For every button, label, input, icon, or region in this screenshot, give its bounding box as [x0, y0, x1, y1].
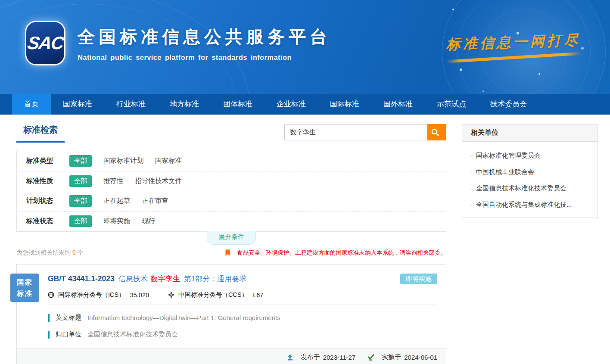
search-section: 标准检索 [16, 123, 446, 143]
search-button[interactable] [427, 124, 446, 140]
standard-title-part[interactable]: 信息技术 [118, 274, 148, 284]
standard-title-highlight[interactable]: 数字孪生 [151, 274, 180, 284]
sparkle-dots [452, 9, 454, 10]
badge-line-1: 国家 [10, 277, 39, 288]
check-icon [367, 354, 375, 361]
compass-icon [168, 292, 174, 298]
card-footer: 发布于 2023-11-27 实施于 2024-06-01 [17, 348, 446, 364]
notice-text: 食品安全、环境保护、工程建设方面的国家标准未纳入本系统，请咨询相关部委。 [237, 249, 446, 257]
nav-item-pilot[interactable]: 示范试点 [425, 94, 478, 115]
bullet-dot: · [470, 201, 472, 208]
filter-option[interactable]: 现行 [142, 217, 155, 226]
standard-title-part[interactable]: 第1部分：通用要求 [184, 274, 246, 284]
national-standard-badge[interactable]: 国家 标准 [10, 274, 39, 302]
english-title-row: 英文标题 Information technology—Digital twin… [48, 314, 437, 322]
badge-line-2: 标准 [10, 288, 39, 299]
site-header: SAC 全国标准信息公共服务平台 National public service… [0, 0, 610, 94]
committee-label: 归口单位 [56, 330, 81, 339]
english-title-value: Information technology—Digital twin—Part… [87, 314, 280, 321]
nav-item-national-standards[interactable]: 国家标准 [51, 94, 104, 115]
slogan: 标准信息一网打尽 [446, 31, 581, 62]
sidebar-item-it-standardization-committee[interactable]: · 全国信息技术标准化技术委员会 [470, 176, 590, 193]
filter-row-standard-status: 标准状态 全部 即将实施 现行 [17, 212, 446, 232]
sidebar-item-label: 全国自动化系统与集成标准化技... [476, 201, 572, 209]
upload-icon [286, 354, 294, 361]
nav-item-home[interactable]: 首页 [12, 94, 51, 115]
nav-item-enterprise-standards[interactable]: 企业标准 [265, 94, 318, 115]
bullet-dot: · [470, 152, 472, 159]
search-input[interactable] [284, 124, 427, 140]
site-titles: 全国标准信息公共服务平台 National public service pla… [78, 25, 331, 62]
bookmark-icon [225, 249, 230, 256]
ccs-label: 中国标准分类号（CCS） [178, 291, 248, 299]
implemented-date-item: 实施于 2024-06-01 [367, 353, 437, 361]
filter-row-plan-status: 计划状态 全部 正在起草 正在审查 [17, 191, 446, 212]
result-count-suffix: 个 [78, 249, 84, 256]
implemented-label: 实施于 [382, 353, 401, 361]
sidebar-item-label: 全国信息技术标准化技术委员会 [476, 184, 566, 193]
ics-value: 35.020 [130, 292, 149, 299]
implemented-date: 2024-06-01 [404, 354, 437, 361]
nav-item-industry-standards[interactable]: 行业标准 [104, 94, 158, 115]
related-units-list: · 国家标准化管理委员会 · 中国机械工业联合会 · 全国信息技术标准化技术委员… [462, 142, 598, 218]
card-title-row: GB/T 43441.1-2023 信息技术 数字孪生 第1部分：通用要求 即将… [48, 264, 437, 284]
filter-option[interactable]: 指导性技术文件 [135, 177, 182, 186]
nav-item-group-standards[interactable]: 团体标准 [211, 94, 265, 115]
search-icon [431, 128, 439, 137]
result-count: 为您找到相关结果约6个 [16, 249, 84, 257]
filter-option[interactable]: 正在审查 [142, 196, 168, 205]
ccs-group: 中国标准分类号（CCS） L67 [168, 291, 263, 299]
sidebar-item-sac[interactable]: · 国家标准化管理委员会 [470, 143, 590, 160]
filter-label: 标准类型 [26, 156, 69, 165]
nav-item-foreign-standards[interactable]: 国外标准 [371, 94, 425, 115]
sac-logo[interactable]: SAC [25, 21, 65, 65]
filter-selected-badge[interactable]: 全部 [69, 155, 92, 167]
published-date: 2023-11-27 [323, 354, 356, 361]
sidebar-item-label: 中国机械工业联合会 [476, 168, 534, 176]
nav-item-technical-committee[interactable]: 技术委员会 [478, 94, 539, 115]
filter-selected-badge[interactable]: 全部 [69, 175, 92, 187]
filter-option[interactable]: 国家标准计划 [103, 156, 143, 165]
filter-option[interactable]: 即将实施 [103, 217, 130, 226]
ccs-value: L67 [253, 292, 263, 299]
filter-label: 计划状态 [26, 196, 69, 205]
filter-selected-badge[interactable]: 全部 [69, 215, 92, 227]
filter-option[interactable]: 推荐性 [103, 177, 124, 186]
slogan-text: 标准信息一网打尽 [446, 31, 581, 55]
expand-conditions-button[interactable]: 展开条件 [207, 231, 256, 245]
teal-bar [48, 314, 50, 322]
main-nav: 首页 国家标准 行业标准 地方标准 团体标准 企业标准 国际标准 国外标准 示范… [0, 94, 610, 115]
sidebar-item-machinery-federation[interactable]: · 中国机械工业联合会 [470, 160, 590, 176]
card-body: GB/T 43441.1-2023 信息技术 数字孪生 第1部分：通用要求 即将… [17, 264, 446, 339]
brand[interactable]: SAC 全国标准信息公共服务平台 National public service… [25, 21, 331, 65]
standard-code-link[interactable]: GB/T 43441.1-2023 [48, 274, 115, 283]
sidebar: 相关单位 · 国家标准化管理委员会 · 中国机械工业联合会 · 全国信息技术标准… [462, 124, 598, 364]
filter-selected-badge[interactable]: 全部 [69, 195, 92, 207]
left-column: 标准检索 标准类型 全部 国家标准计划 国家标准 标准性质 全部 推荐性 [16, 123, 446, 364]
standard-result-card: 国家 标准 GB/T 43441.1-2023 信息技术 数字孪生 第1部分：通… [16, 264, 446, 364]
filter-box: 标准类型 全部 国家标准计划 国家标准 标准性质 全部 推荐性 指导性技术文件 … [16, 151, 446, 232]
nav-item-local-standards[interactable]: 地方标准 [158, 94, 211, 115]
ics-label: 国际标准分类号（ICS） [58, 291, 125, 299]
filter-label: 标准性质 [26, 177, 69, 186]
search-box [284, 124, 446, 140]
filter-option[interactable]: 国家标准 [155, 156, 182, 165]
site-title: 全国标准信息公共服务平台 [78, 25, 331, 49]
system-notice: 食品安全、环境保护、工程建设方面的国家标准未纳入本系统，请咨询相关部委。 [225, 249, 446, 257]
bullet-dot: · [470, 168, 472, 176]
result-count-prefix: 为您找到相关结果约 [16, 249, 71, 256]
filter-option[interactable]: 正在起草 [103, 196, 130, 205]
related-units-title: 相关单位 [462, 124, 598, 142]
nav-item-international-standards[interactable]: 国际标准 [318, 94, 371, 115]
published-date-item: 发布于 2023-11-27 [286, 353, 356, 361]
main-content: 标准检索 标准类型 全部 国家标准计划 国家标准 标准性质 全部 推荐性 [0, 115, 610, 364]
classification-row: 国际标准分类号（ICS） 35.020 中国标准分类号（CCS） L67 [48, 291, 437, 305]
sidebar-item-automation-systems-committee[interactable]: · 全国自动化系统与集成标准化技... [470, 193, 590, 209]
site-subtitle: National public service platform for sta… [78, 53, 331, 62]
related-units-box: 相关单位 · 国家标准化管理委员会 · 中国机械工业联合会 · 全国信息技术标准… [462, 124, 598, 218]
page-title[interactable]: 标准检索 [16, 123, 65, 143]
published-label: 发布于 [301, 353, 320, 361]
english-title-label: 英文标题 [56, 314, 81, 322]
committee-value: 全国信息技术标准化技术委员会 [87, 330, 178, 339]
sidebar-item-label: 国家标准化管理委员会 [476, 152, 541, 160]
